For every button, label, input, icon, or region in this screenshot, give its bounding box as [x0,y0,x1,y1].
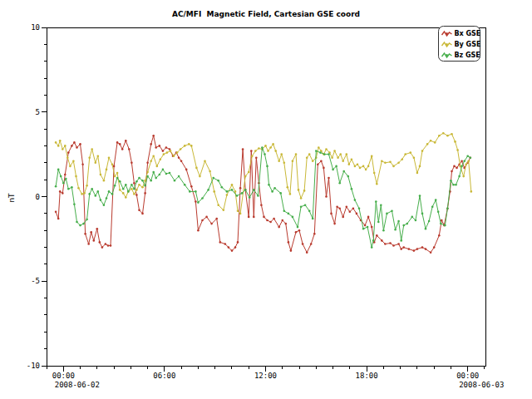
data-point [392,165,395,168]
y-tick-label: 0 [36,193,40,201]
data-point [65,178,67,180]
data-point [323,153,326,155]
data-point [289,193,292,195]
data-point [419,195,421,197]
data-point [342,216,344,219]
data-point [119,189,121,191]
data-point [253,216,255,219]
data-point [455,184,457,186]
data-point [325,148,328,150]
data-point [272,143,274,145]
data-point [248,216,250,219]
data-point [413,249,416,252]
data-point [298,189,300,191]
data-point [404,153,406,155]
data-point [380,204,382,206]
data-point [146,171,149,174]
data-point [152,171,155,174]
data-point [279,192,282,195]
data-point [371,226,373,229]
data-point [354,199,357,201]
data-point [292,160,294,163]
data-point [394,229,397,231]
data-point [57,145,60,147]
data-point [389,161,392,164]
data-point [377,221,380,224]
data-point [82,223,85,225]
data-point [184,184,186,186]
data-point [431,205,434,208]
data-point [119,180,121,183]
data-point [352,207,355,209]
legend-label: Bx GSE [455,30,481,37]
data-point [176,151,179,154]
data-point [125,196,127,199]
data-point [317,164,319,166]
data-point [384,162,387,165]
data-point [295,231,298,234]
data-point [199,175,201,178]
data-point [453,165,456,168]
data-point [397,162,400,165]
data-point [133,182,135,185]
data-point [425,248,427,250]
legend: Bx GSEBy GSEBz GSE [439,27,481,62]
data-point [330,213,332,215]
data-point [389,242,392,244]
data-point [226,194,229,196]
data-point [310,243,313,245]
data-point [96,228,99,230]
data-point [461,160,463,163]
data-point [135,194,138,196]
data-point [303,190,306,192]
data-point [306,156,308,159]
data-point [367,226,369,229]
data-point [244,175,247,178]
data-point [288,213,290,215]
data-point [430,251,432,254]
y-axis-ticks: 1050-5-10 [27,23,47,370]
data-point [60,175,62,178]
data-point [178,175,180,178]
data-point [195,200,197,203]
legend-label: By GSE [455,41,481,48]
data-point [79,143,81,145]
data-point [452,184,455,186]
data-point [346,205,348,208]
data-point [411,216,414,219]
data-point [62,192,64,195]
data-point [231,189,234,191]
data-point [357,164,359,166]
data-point [195,167,198,170]
data-point [150,160,152,163]
data-point [264,145,267,147]
data-point [268,184,270,186]
data-point [99,241,101,244]
data-point [237,210,239,213]
data-point [106,197,108,200]
x-tick-label: 00:00 [52,372,75,380]
data-point [159,145,161,147]
data-point [150,180,152,182]
data-point [441,219,443,222]
x-tick-label: 18:00 [356,372,378,380]
data-point [135,180,138,183]
data-point [466,155,469,157]
data-point [59,190,62,193]
data-point [359,167,362,170]
data-point [217,204,219,206]
data-point [273,218,275,220]
y-tick-label: 5 [36,108,40,116]
data-point [349,211,352,214]
data-point [376,234,378,237]
data-point [86,185,88,187]
data-point [138,177,140,180]
data-point [446,207,449,209]
data-point [189,190,191,193]
data-point [400,248,402,250]
data-point [261,146,264,149]
data-point [162,169,165,171]
data-point [160,158,162,160]
data-point [166,151,169,154]
data-point [267,150,269,152]
